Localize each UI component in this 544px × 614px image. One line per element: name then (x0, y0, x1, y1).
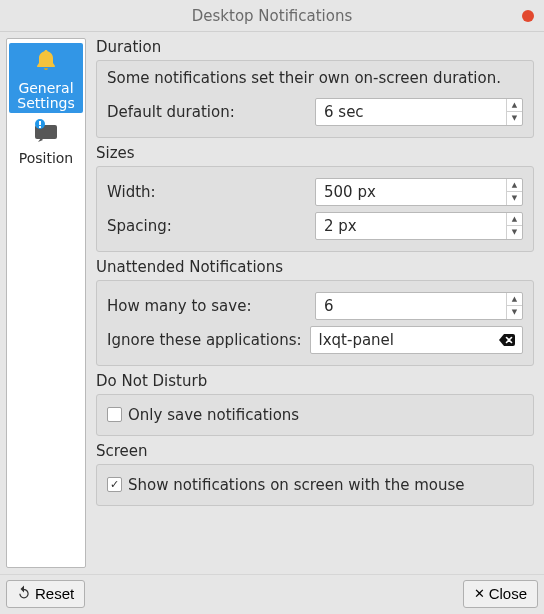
show-on-mouse-label: Show notifications on screen with the mo… (128, 476, 465, 494)
reset-button[interactable]: Reset (6, 580, 85, 608)
row-default-duration: Default duration: 6 sec ▲ ▼ (107, 95, 523, 129)
duration-description: Some notifications set their own on-scre… (107, 69, 523, 89)
spacing-spinbox[interactable]: 2 px ▲ ▼ (315, 212, 523, 240)
default-duration-label: Default duration: (107, 103, 307, 121)
how-many-spinbox[interactable]: 6 ▲ ▼ (315, 292, 523, 320)
spin-up-icon[interactable]: ▲ (507, 213, 522, 227)
width-spinbox[interactable]: 500 px ▲ ▼ (315, 178, 523, 206)
default-duration-spinbox[interactable]: 6 sec ▲ ▼ (315, 98, 523, 126)
row-width: Width: 500 px ▲ ▼ (107, 175, 523, 209)
reset-button-label: Reset (35, 585, 74, 602)
content-general-settings: Duration Some notifications set their ow… (92, 38, 538, 568)
section-title-screen: Screen (96, 442, 534, 464)
how-many-label: How many to save: (107, 297, 307, 315)
spin-buttons: ▲ ▼ (506, 99, 522, 125)
spin-up-icon[interactable]: ▲ (507, 99, 522, 113)
row-how-many: How many to save: 6 ▲ ▼ (107, 289, 523, 323)
section-screen: Screen ✓ Show notifications on screen wi… (96, 442, 534, 506)
spin-buttons: ▲ ▼ (506, 293, 522, 319)
row-ignore: Ignore these applications: lxqt-panel (107, 323, 523, 357)
window-body: General Settings Position Dura (0, 32, 544, 574)
section-title-sizes: Sizes (96, 144, 534, 166)
window-close-button[interactable] (522, 10, 534, 22)
section-title-unattended: Unattended Notifications (96, 258, 534, 280)
section-body-sizes: Width: 500 px ▲ ▼ Spacing: 2 px (96, 166, 534, 252)
spin-up-icon[interactable]: ▲ (507, 293, 522, 307)
width-label: Width: (107, 183, 307, 201)
reset-icon (17, 585, 31, 602)
sidebar-item-label: Position (19, 151, 74, 166)
section-unattended: Unattended Notifications How many to sav… (96, 258, 534, 366)
position-icon (31, 119, 61, 149)
close-button-label: Close (489, 585, 527, 602)
section-duration: Duration Some notifications set their ow… (96, 38, 534, 138)
spin-up-icon[interactable]: ▲ (507, 179, 522, 193)
row-only-save[interactable]: Only save notifications (107, 403, 523, 427)
svg-rect-2 (39, 121, 41, 125)
sidebar-item-general-settings[interactable]: General Settings (9, 43, 83, 113)
spin-buttons: ▲ ▼ (506, 179, 522, 205)
sidebar-item-position[interactable]: Position (9, 115, 83, 168)
only-save-checkbox[interactable] (107, 407, 122, 422)
spin-down-icon[interactable]: ▼ (507, 306, 522, 319)
close-button[interactable]: ✕ Close (463, 580, 538, 608)
titlebar: Desktop Notifications (0, 0, 544, 32)
default-duration-value: 6 sec (316, 103, 506, 121)
section-body-screen: ✓ Show notifications on screen with the … (96, 464, 534, 506)
spacing-value: 2 px (316, 217, 506, 235)
sidebar: General Settings Position (6, 38, 86, 568)
sidebar-item-label: General Settings (9, 81, 83, 112)
spin-down-icon[interactable]: ▼ (507, 112, 522, 125)
only-save-label: Only save notifications (128, 406, 299, 424)
ignore-value: lxqt-panel (311, 331, 498, 349)
section-title-duration: Duration (96, 38, 534, 60)
clear-input-icon[interactable] (498, 333, 516, 347)
ignore-input[interactable]: lxqt-panel (310, 326, 523, 354)
close-icon: ✕ (474, 586, 485, 601)
spin-down-icon[interactable]: ▼ (507, 226, 522, 239)
show-on-mouse-checkbox[interactable]: ✓ (107, 477, 122, 492)
window-title: Desktop Notifications (192, 7, 353, 25)
section-body-unattended: How many to save: 6 ▲ ▼ Ignore these app… (96, 280, 534, 366)
section-sizes: Sizes Width: 500 px ▲ ▼ Spacing: (96, 144, 534, 252)
how-many-value: 6 (316, 297, 506, 315)
section-body-dnd: Only save notifications (96, 394, 534, 436)
svg-rect-3 (39, 126, 41, 128)
section-body-duration: Some notifications set their own on-scre… (96, 60, 534, 138)
section-title-dnd: Do Not Disturb (96, 372, 534, 394)
bell-icon (32, 47, 60, 79)
ignore-label: Ignore these applications: (107, 331, 302, 349)
section-dnd: Do Not Disturb Only save notifications (96, 372, 534, 436)
row-show-on-mouse[interactable]: ✓ Show notifications on screen with the … (107, 473, 523, 497)
window: Desktop Notifications General Settings (0, 0, 544, 614)
spin-down-icon[interactable]: ▼ (507, 192, 522, 205)
spacing-label: Spacing: (107, 217, 307, 235)
spin-buttons: ▲ ▼ (506, 213, 522, 239)
width-value: 500 px (316, 183, 506, 201)
row-spacing: Spacing: 2 px ▲ ▼ (107, 209, 523, 243)
button-bar: Reset ✕ Close (0, 574, 544, 614)
